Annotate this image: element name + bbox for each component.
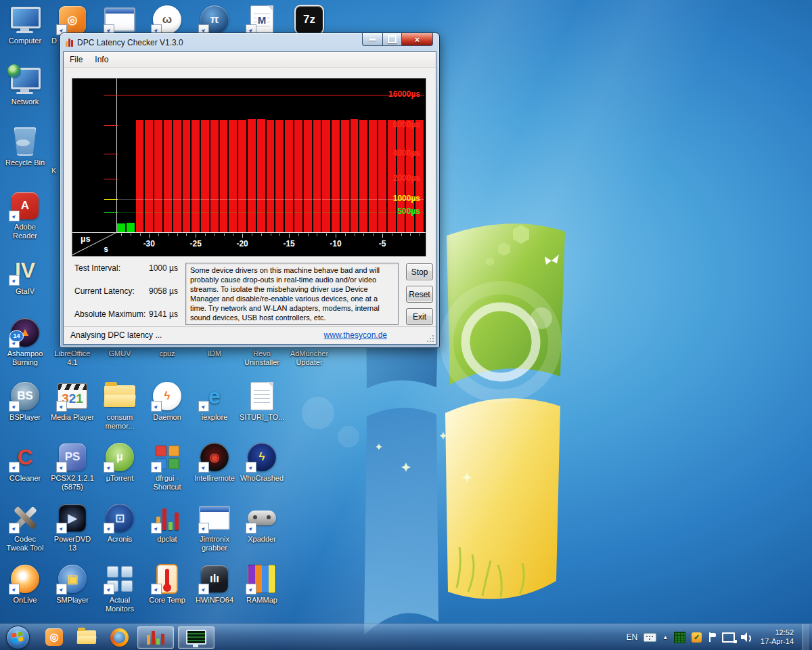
y-axis-line xyxy=(116,79,117,233)
taskbar-system-monitor-running[interactable] xyxy=(178,626,215,649)
desktop-icon-iexplore[interactable]: eiexplore xyxy=(192,381,237,422)
desktop-icon-consum-memor-folder[interactable]: consum memor... xyxy=(97,381,142,431)
network-tray-icon[interactable] xyxy=(722,632,735,643)
minimize-button[interactable] xyxy=(362,33,383,46)
icon-label: BSPlayer xyxy=(3,413,47,422)
desktop-icon-hwinfo64[interactable]: ılıHWiNFO64 xyxy=(192,563,237,605)
desktop-icon-powerdvd13[interactable]: ▶PowerDVD 13 xyxy=(50,502,95,552)
x-axis-tick xyxy=(224,234,225,236)
desktop-icon-gtaiv[interactable]: IVGtaIV xyxy=(3,255,47,296)
tray-grid-app-icon[interactable] xyxy=(674,632,685,643)
x-axis-tick xyxy=(355,234,355,236)
desktop-icon-ccleaner[interactable]: CCCleaner xyxy=(3,441,47,483)
menu-info[interactable]: Info xyxy=(89,53,114,66)
latency-bar xyxy=(313,120,321,233)
x-axis-tick xyxy=(317,234,317,236)
sevenzip-icon: 7z xyxy=(294,5,324,35)
show-desktop-button[interactable] xyxy=(803,624,809,650)
x-axis-tick xyxy=(242,234,243,238)
desktop-icon-ashampoo-burning[interactable]: ▲14Ashampoo Burning xyxy=(3,317,47,367)
desktop-icon-acronis[interactable]: ⊡Acronis xyxy=(97,502,142,544)
resize-grip[interactable] xyxy=(426,334,434,343)
taskbar-dpclat-running[interactable] xyxy=(137,626,174,649)
shortcut-arrow-icon xyxy=(246,584,256,594)
maximize-button[interactable] xyxy=(383,33,401,46)
icon-label: AdMuncher Updater xyxy=(287,349,332,367)
desktop-icon-dpclat[interactable]: dpclat xyxy=(145,502,189,544)
shortcut-arrow-icon xyxy=(151,401,162,412)
x-axis-tick xyxy=(336,234,336,238)
icon-label: CCleaner xyxy=(3,474,47,483)
icon-label: HWiNFO64 xyxy=(192,596,237,605)
desktop-icon-situri-to-doc[interactable]: SITURI_TO... xyxy=(240,381,284,422)
start-button[interactable] xyxy=(6,626,30,649)
x-axis-tick xyxy=(373,234,374,236)
taskbar-clock[interactable]: 12:52 17-Apr-14 xyxy=(758,628,796,646)
reset-button[interactable]: Reset xyxy=(406,286,433,303)
taskbar-admuncher[interactable]: ◎ xyxy=(43,626,66,649)
icon-label: PCSX2 1.2.1 (5875) xyxy=(50,474,95,492)
desktop-icon-rammap[interactable]: RAMMap xyxy=(240,563,284,605)
desktop-icon-intelliremote[interactable]: ◉Intelliremote xyxy=(192,441,237,483)
desktop-icon-actual-monitors[interactable]: Actual Monitors xyxy=(97,563,142,613)
x-axis-tick xyxy=(205,234,206,236)
desktop-icon-smplayer[interactable]: ▣SMPlayer xyxy=(50,563,95,605)
desktop-icon-recycle-bin[interactable]: Recycle Bin xyxy=(3,126,47,167)
stop-button[interactable]: Stop xyxy=(406,263,433,280)
shortcut-arrow-icon xyxy=(198,523,209,534)
icon-label: Computer xyxy=(3,37,47,45)
x-axis-tick-label: -20 xyxy=(236,239,248,248)
action-center-flag-icon[interactable] xyxy=(708,632,716,642)
desktop-icon-xpadder[interactable]: Xpadder xyxy=(240,502,284,544)
absolute-maximum-row: Absolute Maximum: 9141 µs xyxy=(74,309,183,319)
taskbar-firefox[interactable] xyxy=(108,626,131,649)
desktop-icon-adobe-reader[interactable]: AAdobe Reader xyxy=(3,190,47,240)
desktop-icon-sevenzip[interactable]: 7z xyxy=(287,4,332,35)
menu-file[interactable]: File xyxy=(64,53,89,66)
shortcut-arrow-icon xyxy=(9,211,20,221)
shortcut-arrow-icon xyxy=(9,275,20,286)
desktop-icon-onlive[interactable]: OnLive xyxy=(3,563,47,605)
language-indicator[interactable]: EN xyxy=(626,632,637,642)
tray-update-check-icon[interactable]: ✓ xyxy=(692,632,702,643)
x-axis-tick xyxy=(196,234,196,238)
desktop-icon-cow-app[interactable]: ω xyxy=(145,4,189,35)
icon-label: Actual Monitors xyxy=(97,596,142,613)
desktop-icon-whocrashed[interactable]: ϟWhoCrashed xyxy=(240,441,284,483)
desktop-icon-core-temp[interactable]: Core Temp xyxy=(145,563,189,605)
title-bar[interactable]: DPC Latency Checker V1.3.0 × xyxy=(60,33,439,51)
volume-speaker-icon[interactable] xyxy=(741,632,752,642)
desktop-icon-dfrgui-shortcut[interactable]: dfrgui - Shortcut xyxy=(145,441,189,492)
desktop-icon-app-window[interactable] xyxy=(97,4,142,35)
test-interval-label: Test Interval: xyxy=(74,263,149,273)
exit-button[interactable]: Exit xyxy=(406,308,433,325)
desktop-icon-jimtronix-grabber[interactable]: Jimtronix grabber xyxy=(192,502,237,552)
desktop-icon-codec-tweak-tool[interactable]: Codec Tweak Tool xyxy=(3,502,47,552)
test-interval-value: 1000 µs xyxy=(149,263,183,273)
x-axis-tick xyxy=(149,234,150,238)
desktop-icon-bsplayer[interactable]: BSBSPlayer xyxy=(3,381,47,422)
close-button[interactable]: × xyxy=(401,33,433,46)
desktop-icon-media-player-classic[interactable]: 321Media Player xyxy=(50,381,95,422)
keyboard-layout-icon[interactable] xyxy=(644,633,656,642)
dpc-latency-checker-window[interactable]: DPC Latency Checker V1.3.0 × File Info 1… xyxy=(60,32,440,348)
x-axis-tick xyxy=(326,234,327,236)
x-axis-tick xyxy=(131,234,131,236)
desktop-icon-network[interactable]: Network xyxy=(3,65,47,106)
shortcut-arrow-icon xyxy=(246,462,256,473)
desktop-icon-m-doc-app[interactable]: M xyxy=(240,4,284,35)
icon-label: Ashampoo Burning xyxy=(3,349,47,367)
desktop-icon-utorrent[interactable]: µµTorrent xyxy=(97,441,142,483)
desktop-icon-magic-hat-app[interactable]: π xyxy=(192,4,237,35)
desktop-icon-computer[interactable]: Computer xyxy=(3,4,47,45)
desktop-icon-pcsx2[interactable]: PSPCSX2 1.2.1 (5875) xyxy=(50,441,95,492)
x-axis-tick xyxy=(121,234,122,236)
taskbar-explorer[interactable] xyxy=(75,626,98,649)
show-hidden-icons-arrow[interactable]: ▲ xyxy=(662,634,668,641)
desktop-icon-daemon-tools[interactable]: ϟDaemon xyxy=(145,381,189,422)
shortcut-arrow-icon xyxy=(151,523,162,534)
x-axis-tick xyxy=(345,234,346,236)
thesycon-link[interactable]: www.thesycon.de xyxy=(324,330,387,340)
clock-time: 12:52 xyxy=(775,628,794,636)
taskbar: ◎ EN ▲ ✓ 12:52 17-Apr-14 xyxy=(0,624,812,650)
